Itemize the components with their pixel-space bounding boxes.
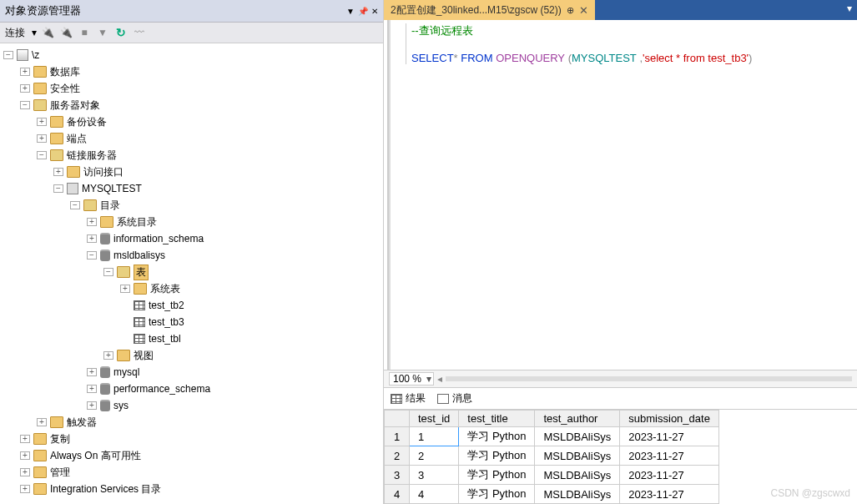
tree-endpoints[interactable]: 端点 — [67, 132, 87, 146]
tab-messages[interactable]: 消息 — [434, 390, 476, 407]
col-header[interactable]: submission_date — [620, 411, 719, 427]
expand-icon[interactable]: + — [20, 435, 30, 443]
expand-icon[interactable]: + — [20, 451, 30, 460]
table-row[interactable]: 33学习 PythonMSLDBAliSys2023-11-27 — [385, 466, 719, 485]
expand-icon[interactable]: + — [87, 401, 97, 410]
collapse-icon[interactable]: − — [20, 101, 30, 109]
tree-testtb2[interactable]: test_tb2 — [149, 300, 184, 311]
expand-icon[interactable]: + — [87, 234, 97, 243]
zoom-dropdown[interactable]: 100 % — [389, 372, 434, 386]
col-header[interactable]: test_title — [459, 411, 535, 427]
cell[interactable]: 3 — [385, 466, 410, 485]
cell[interactable]: MSLDBAliSys — [535, 446, 620, 466]
col-header[interactable] — [385, 411, 410, 427]
col-header[interactable]: test_id — [410, 411, 459, 427]
cell[interactable]: 4 — [385, 485, 410, 504]
filter-icon[interactable]: ▼ — [95, 25, 110, 40]
stop-icon[interactable]: ■ — [77, 25, 92, 40]
tree-testtbl[interactable]: test_tbl — [149, 333, 181, 345]
server-node[interactable]: \z — [32, 49, 39, 61]
collapse-icon[interactable]: − — [53, 184, 63, 193]
tree-testtb3[interactable]: test_tb3 — [149, 316, 184, 328]
cell[interactable]: 学习 Python — [459, 466, 535, 485]
cell[interactable]: 1 — [385, 427, 410, 446]
expand-icon[interactable]: + — [87, 385, 97, 393]
table-row[interactable]: 22学习 PythonMSLDBAliSys2023-11-27 — [385, 446, 719, 466]
expand-icon[interactable]: + — [20, 84, 30, 93]
cell[interactable]: MSLDBAliSys — [535, 427, 620, 446]
tree-syscatalogs[interactable]: 系统目录 — [117, 215, 157, 229]
expand-icon[interactable]: + — [37, 134, 47, 143]
refresh-icon[interactable]: ↻ — [113, 25, 129, 40]
cell[interactable]: 1 — [410, 427, 459, 446]
cell[interactable]: 学习 Python — [459, 446, 535, 466]
close-icon[interactable]: ✕ — [579, 4, 588, 17]
tree-sys[interactable]: sys — [113, 400, 129, 411]
tree-catalogs[interactable]: 目录 — [100, 199, 120, 213]
cell[interactable]: 3 — [410, 466, 459, 485]
tree-alwayson[interactable]: Always On 高可用性 — [50, 449, 141, 463]
cell[interactable]: 2 — [385, 446, 410, 466]
collapse-icon[interactable]: − — [70, 201, 80, 209]
sql-editor[interactable]: --查询远程表 SELECT* FROM OPENQUERY (MYSQLTES… — [387, 20, 857, 370]
collapse-icon[interactable]: − — [37, 151, 47, 159]
tree-perfschema[interactable]: performance_schema — [113, 383, 210, 395]
cell[interactable]: 学习 Python — [459, 427, 535, 446]
dropdown-icon[interactable]: ▼ — [346, 7, 355, 16]
expand-icon[interactable]: + — [37, 118, 47, 126]
tree-msldbalisys[interactable]: msldbalisys — [113, 249, 165, 261]
expand-icon[interactable]: + — [20, 485, 30, 493]
table-row[interactable]: 11学习 PythonMSLDBAliSys2023-11-27 — [385, 427, 719, 446]
zoom-scrollbar[interactable] — [446, 376, 852, 381]
tree-iscatalogs[interactable]: Integration Services 目录 — [50, 482, 161, 496]
tab-menu-icon[interactable]: ▾ — [842, 0, 857, 20]
pin-icon[interactable]: ⊕ — [567, 5, 574, 16]
tree-linked-servers[interactable]: 链接服务器 — [67, 149, 117, 163]
tree-security[interactable]: 安全性 — [50, 82, 80, 96]
close-icon[interactable]: ✕ — [371, 7, 378, 16]
cell[interactable]: 学习 Python — [459, 485, 535, 504]
expand-icon[interactable]: + — [37, 418, 47, 426]
tab-active[interactable]: 2配置创建_30linked...M15\zgscw (52)) ⊕ ✕ — [384, 0, 595, 20]
cell[interactable]: 2023-11-27 — [620, 446, 719, 466]
connect-icon[interactable]: 🔌 — [40, 25, 55, 40]
tree-views[interactable]: 视图 — [134, 349, 154, 363]
tree-view[interactable]: − \z +数据库 +安全性 −服务器对象 +备份设备 +端点 −链接服务器 +… — [0, 43, 383, 504]
cell[interactable]: 2023-11-27 — [620, 466, 719, 485]
expand-icon[interactable]: + — [103, 351, 113, 360]
expand-icon[interactable]: + — [120, 285, 130, 293]
cell[interactable]: 4 — [410, 485, 459, 504]
col-header[interactable]: test_author — [535, 411, 620, 427]
tree-tables-selected[interactable]: 表 — [134, 265, 149, 280]
pin-icon[interactable]: 📌 — [358, 7, 368, 16]
tree-replication[interactable]: 复制 — [50, 432, 70, 446]
tree-mysql[interactable]: mysql — [113, 366, 139, 378]
expand-icon[interactable]: + — [53, 168, 63, 176]
cell[interactable]: 2023-11-27 — [620, 485, 719, 504]
expand-icon[interactable]: + — [87, 218, 97, 226]
tree-systables[interactable]: 系统表 — [150, 282, 180, 296]
tree-database[interactable]: 数据库 — [50, 65, 80, 79]
cell[interactable]: 2023-11-27 — [620, 427, 719, 446]
tree-backup[interactable]: 备份设备 — [67, 115, 107, 129]
cell[interactable]: MSLDBAliSys — [535, 466, 620, 485]
activity-icon[interactable]: 〰 — [132, 25, 147, 40]
cell[interactable]: 2 — [410, 446, 459, 466]
tree-access[interactable]: 访问接口 — [83, 165, 124, 179]
expand-icon[interactable]: + — [20, 468, 30, 476]
tree-infoschema[interactable]: information_schema — [113, 233, 204, 244]
collapse-icon[interactable]: − — [87, 251, 97, 260]
tree-management[interactable]: 管理 — [50, 466, 70, 480]
table-row[interactable]: 44学习 PythonMSLDBAliSys2023-11-27 — [385, 485, 719, 504]
cell[interactable]: MSLDBAliSys — [535, 485, 620, 504]
connect-label[interactable]: 连接 — [5, 26, 25, 40]
expand-icon[interactable]: + — [20, 68, 30, 76]
expand-icon[interactable]: + — [87, 368, 97, 376]
tree-server-objects[interactable]: 服务器对象 — [50, 98, 100, 113]
collapse-icon[interactable]: − — [103, 268, 113, 276]
tab-results[interactable]: 结果 — [387, 390, 429, 407]
collapse-icon[interactable]: − — [3, 51, 13, 59]
zoom-scroll-left[interactable]: ◂ — [437, 373, 442, 385]
tree-mysqltest[interactable]: MYSQLTEST — [82, 183, 142, 194]
disconnect-icon[interactable]: 🔌 — [58, 25, 73, 40]
